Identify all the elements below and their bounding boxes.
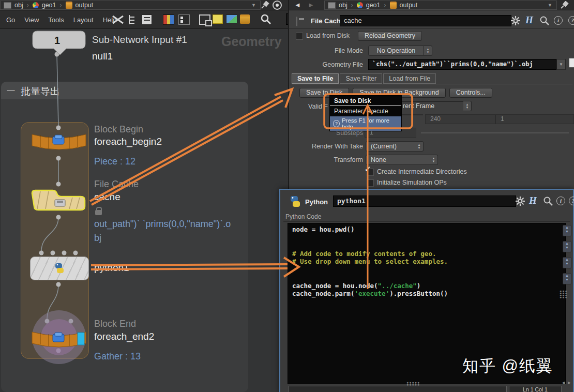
initialize-sim-checkbox[interactable] — [367, 179, 374, 187]
tooltip-title: Save to Disk — [330, 96, 401, 106]
menu-layout[interactable]: Layout — [73, 16, 94, 24]
breadcrumb-item[interactable]: geo1 — [42, 2, 56, 9]
network-toolbar: GoViewToolsLayoutHelp — [0, 10, 288, 29]
controls-button[interactable]: Controls... — [449, 88, 492, 98]
pin-icon[interactable] — [261, 1, 269, 9]
forward-icon[interactable]: ► — [308, 1, 314, 9]
breadcrumb-separator: › — [351, 2, 353, 9]
breadcrumb-item[interactable]: geo1 — [366, 2, 381, 9]
code-line — [292, 266, 565, 274]
python-node-name: python1 — [94, 262, 129, 274]
help-icon[interactable]: ? — [568, 16, 574, 25]
background-image-icon[interactable] — [226, 14, 237, 23]
ladder-spinner[interactable]: ▲▼ — [563, 257, 571, 268]
network-editor[interactable]: Geometry — 批量导出 — [0, 29, 288, 392]
frame-end-field[interactable]: 240 — [425, 114, 495, 124]
node-python1[interactable] — [30, 257, 89, 280]
geo-icon — [33, 2, 39, 8]
network-breadcrumb[interactable]: obj›geo1›output ▼ — [0, 1, 261, 10]
node-foreach-begin2[interactable] — [29, 128, 89, 155]
geometry-file-field[interactable]: `chs("../out_path")``prims(0,0,"name")`.… — [368, 59, 556, 70]
begin-node-name: foreach_begin2 — [94, 136, 162, 147]
filecache-header: File Cache cache H i ? — [289, 13, 574, 29]
breadcrumb-item[interactable]: output — [400, 2, 418, 9]
gear-icon[interactable] — [510, 16, 521, 26]
render-with-take-spinner[interactable]: ▲▼ — [415, 141, 424, 152]
layout-panes-icon[interactable] — [199, 14, 210, 25]
ladder-spinner[interactable]: ▲▼ — [563, 225, 571, 236]
search-icon[interactable] — [260, 13, 271, 25]
scroll-arrows[interactable]: ◄ ► — [561, 380, 571, 385]
end-node-meta: Gather : 13 — [94, 351, 141, 362]
render-with-take-dropdown[interactable]: (Current) — [366, 141, 416, 152]
geometry-file-label: Geometry File — [291, 61, 363, 68]
path-dropdown-icon[interactable]: ▼ — [548, 3, 552, 8]
houdini-help-icon[interactable]: H — [525, 14, 533, 26]
reload-geometry-button[interactable]: Reload Geometry — [358, 31, 422, 41]
display-options-icon[interactable] — [178, 14, 190, 25]
menu-go[interactable]: Go — [6, 16, 15, 24]
ladder-spinner[interactable]: ▲▼ — [563, 273, 571, 284]
code-line: node = hou.pwd() — [292, 225, 565, 234]
search-icon[interactable] — [543, 196, 553, 206]
info-icon[interactable]: i — [556, 197, 565, 205]
input-node-name: null1 — [92, 51, 113, 62]
subnet-icon — [328, 2, 336, 9]
node-name-field[interactable]: cache — [340, 15, 511, 26]
file-mode-dropdown[interactable]: No Operation — [368, 46, 424, 56]
valid-frame-value: rent Frame — [403, 102, 434, 110]
breadcrumb-item[interactable]: obj — [339, 2, 348, 9]
tools-icon[interactable] — [111, 14, 125, 25]
python-icon — [53, 262, 66, 275]
ladder-spinner[interactable]: ▲▼ — [563, 241, 571, 252]
python-name-field[interactable]: python1 — [333, 195, 516, 207]
file-chooser-icon[interactable] — [569, 58, 574, 68]
tab-save-filter[interactable]: Save Filter — [340, 73, 382, 84]
initialize-sim-label: Initialize Simulation OPs — [377, 179, 447, 186]
end-node-name: foreach_end2 — [94, 331, 154, 342]
substeps-slider[interactable] — [421, 132, 569, 133]
path-dropdown-icon[interactable]: ▼ — [251, 3, 256, 8]
node-cache[interactable] — [28, 186, 90, 212]
valid-frame-spinner[interactable]: ▲▼ — [463, 101, 472, 111]
file-menu-icon[interactable]: ▼ — [556, 59, 566, 70]
breadcrumb-item[interactable]: obj — [14, 2, 23, 9]
search-icon[interactable] — [539, 16, 550, 26]
back-icon[interactable]: ◄ — [294, 1, 301, 9]
help-icon[interactable]: ? — [569, 197, 574, 205]
create-intermediate-label: Create Intermediate Directories — [377, 168, 467, 175]
param-breadcrumb[interactable]: obj›geo1›output ▼ — [324, 1, 557, 10]
menu-view[interactable]: View — [24, 16, 39, 24]
gear-icon[interactable] — [515, 196, 525, 206]
transform-spinner[interactable]: ▲▼ — [430, 155, 438, 165]
tab-save-to-file[interactable]: Save to File — [292, 73, 339, 84]
cache-node-comment-2: bj — [94, 231, 101, 245]
network-path-bar: obj›geo1›output ▼ — [0, 0, 288, 10]
load-from-disk-checkbox[interactable] — [296, 33, 303, 40]
node-foreach-end2[interactable] — [28, 308, 90, 366]
list-view-icon[interactable] — [142, 14, 152, 25]
cache-node-type: File Cache — [94, 179, 139, 190]
breadcrumb-separator: › — [27, 2, 29, 9]
info-icon[interactable]: i — [554, 16, 563, 25]
menu-tools[interactable]: Tools — [48, 16, 64, 24]
tooltip-help-text: Press F1 for more help. — [342, 117, 398, 130]
sticky-note-icon[interactable] — [213, 14, 223, 24]
resize-grip[interactable]: ●●●●●●●●●● — [406, 382, 420, 386]
begin-node-meta: Piece : 12 — [94, 156, 135, 167]
breadcrumb-item[interactable]: output — [75, 2, 94, 9]
cursor-position: Ln 1 Col 1 — [509, 386, 562, 392]
valid-frame-label: Valid F — [308, 103, 328, 110]
transform-dropdown[interactable]: None — [366, 155, 431, 165]
tree-view-icon[interactable] — [127, 14, 138, 25]
pin-icon[interactable] — [561, 1, 569, 9]
link-follow-icon[interactable] — [273, 1, 282, 10]
palette-icon[interactable] — [163, 14, 174, 25]
frame-inc-field[interactable]: 1 — [495, 114, 574, 124]
tooltip-help-row: ?Press F1 for more help. — [330, 116, 401, 131]
drag-grip[interactable]: ●●●●●●●●●●●● — [560, 290, 568, 298]
tab-load-from-file[interactable]: Load from File — [383, 73, 436, 84]
file-mode-spinner[interactable]: ▲▼ — [424, 46, 432, 56]
gallery-box-icon[interactable] — [240, 14, 250, 24]
houdini-help-icon[interactable]: H — [529, 195, 537, 206]
